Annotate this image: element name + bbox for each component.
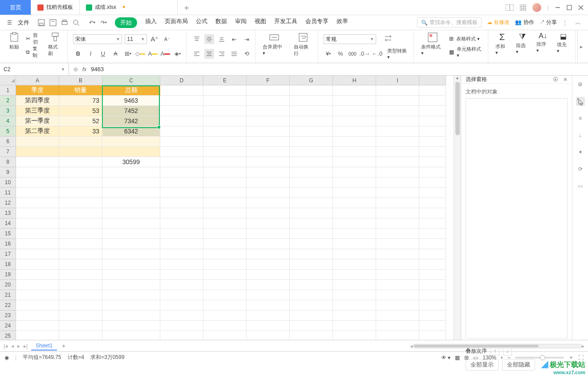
cell-G11[interactable] (290, 188, 333, 198)
app-grid-icon[interactable] (520, 4, 526, 11)
cell-A18[interactable] (16, 259, 59, 270)
cell-E17[interactable] (203, 249, 247, 259)
cell-I12[interactable] (376, 198, 419, 208)
cell-D13[interactable] (160, 208, 203, 218)
cell-C24[interactable] (102, 321, 160, 331)
row-head-8[interactable]: 8 (0, 157, 16, 167)
cell-G9[interactable] (290, 167, 333, 177)
row-head-9[interactable]: 9 (0, 167, 16, 177)
cell-F21[interactable] (247, 290, 290, 300)
type-convert-button[interactable] (381, 34, 396, 44)
decrease-font-button[interactable]: A⁻ (162, 34, 172, 44)
italic-button[interactable]: I (85, 49, 95, 59)
col-head-E[interactable]: E (203, 76, 247, 85)
cell-F25[interactable] (247, 331, 290, 340)
cell-E1[interactable] (203, 85, 247, 96)
cell-F13[interactable] (247, 208, 290, 218)
cell-H3[interactable] (333, 106, 376, 116)
align-left-button[interactable] (192, 49, 202, 59)
cell-E16[interactable] (203, 239, 247, 249)
cell-A20[interactable] (16, 280, 59, 290)
cell-extra-24[interactable] (419, 321, 446, 331)
cell-F6[interactable] (247, 137, 290, 147)
cell-B15[interactable] (59, 229, 102, 239)
cell-A17[interactable] (16, 249, 59, 259)
cell-extra-15[interactable] (419, 229, 446, 239)
cell-B8[interactable] (59, 157, 102, 167)
collab-link[interactable]: 👥 协作 (515, 19, 534, 26)
cell-A9[interactable] (16, 167, 59, 177)
row-head-3[interactable]: 3 (0, 106, 16, 116)
sum-button[interactable]: Σ求和 ▾ (494, 32, 511, 61)
row-head-11[interactable]: 11 (0, 188, 16, 198)
ribbon-expand-button[interactable]: ▸ (577, 30, 584, 63)
row-head-18[interactable]: 18 (0, 259, 16, 270)
col-head-I[interactable]: I (376, 76, 419, 85)
cell-extra-18[interactable] (419, 259, 446, 270)
cell-A22[interactable] (16, 300, 59, 310)
orientation-button[interactable]: ⟲ (242, 49, 251, 59)
align-bottom-button[interactable] (217, 34, 227, 44)
cell-D3[interactable] (160, 106, 203, 116)
number-format-select[interactable]: 常规▼ (324, 34, 376, 44)
cell-B2[interactable]: 73 (59, 96, 102, 106)
menu-efficiency[interactable]: 效率 (337, 17, 348, 28)
row-head-23[interactable]: 23 (0, 310, 16, 321)
eye-icon[interactable]: 👁 ▾ (441, 355, 450, 361)
fx-icon[interactable]: fx (82, 66, 86, 73)
preview-icon[interactable] (71, 18, 81, 28)
align-center-button[interactable] (204, 49, 214, 59)
cell-I16[interactable] (376, 239, 419, 249)
cell-I20[interactable] (376, 280, 419, 290)
cell-E14[interactable] (203, 218, 247, 229)
menu-member[interactable]: 会员专享 (305, 17, 328, 28)
cell-A10[interactable] (16, 177, 59, 188)
cell-E19[interactable] (203, 270, 247, 280)
underline-button[interactable]: U (98, 49, 108, 59)
cell-B4[interactable]: 52 (59, 116, 102, 126)
zoom-out-formula-icon[interactable]: ⊖ (73, 66, 78, 73)
cell-C25[interactable] (102, 331, 160, 340)
cell-H12[interactable] (333, 198, 376, 208)
sheet-nav-last[interactable]: ▸| (24, 343, 28, 349)
cell-C15[interactable] (102, 229, 160, 239)
cell-F8[interactable] (247, 157, 290, 167)
cell-A5[interactable]: 第二季度 (16, 126, 59, 137)
col-head-B[interactable]: B (59, 76, 102, 85)
cell-C17[interactable] (102, 249, 160, 259)
cell-I14[interactable] (376, 218, 419, 229)
border-button[interactable]: ⊞▾ (123, 49, 133, 59)
cell-H25[interactable] (333, 331, 376, 340)
cell-H11[interactable] (333, 188, 376, 198)
cell-F7[interactable] (247, 147, 290, 157)
cell-I5[interactable] (376, 126, 419, 137)
cell-I1[interactable] (376, 85, 419, 96)
cell-C3[interactable]: 7452 (102, 106, 160, 116)
cell-I21[interactable] (376, 290, 419, 300)
cell-H10[interactable] (333, 177, 376, 188)
cell-A11[interactable] (16, 188, 59, 198)
quick-props-icon[interactable]: ⚙ (576, 80, 585, 89)
cell-G23[interactable] (290, 310, 333, 321)
cell-G19[interactable] (290, 270, 333, 280)
cell-H20[interactable] (333, 280, 376, 290)
cell-D10[interactable] (160, 177, 203, 188)
cell-E13[interactable] (203, 208, 247, 218)
cell-I19[interactable] (376, 270, 419, 280)
cell-B5[interactable]: 33 (59, 126, 102, 137)
cell-E12[interactable] (203, 198, 247, 208)
cell-G2[interactable] (290, 96, 333, 106)
cell-E23[interactable] (203, 310, 247, 321)
cell-E5[interactable] (203, 126, 247, 137)
menu-dev-tools[interactable]: 开发工具 (274, 17, 297, 28)
paste-button[interactable]: 粘贴 (7, 32, 21, 61)
name-box[interactable]: C2 ▼ (0, 63, 69, 75)
format-painter-button[interactable]: 格式刷 (46, 32, 64, 61)
cell-F23[interactable] (247, 310, 290, 321)
settings-strip-icon[interactable]: ≡ (576, 114, 585, 123)
decrease-indent-button[interactable]: ⇤ (229, 34, 239, 44)
cell-G12[interactable] (290, 198, 333, 208)
cell-G3[interactable] (290, 106, 333, 116)
row-head-21[interactable]: 21 (0, 290, 16, 300)
cell-E6[interactable] (203, 137, 247, 147)
